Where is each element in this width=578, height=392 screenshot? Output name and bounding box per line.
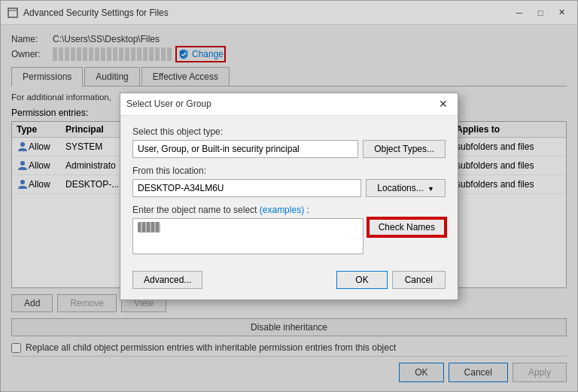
modal-ok-button[interactable]: OK (336, 271, 387, 289)
main-window: Advanced Security Settings for Files ─ □… (0, 0, 578, 392)
location-label: From this location: (132, 166, 446, 176)
location-input[interactable] (132, 179, 361, 197)
object-type-group: Select this object type: Object Types... (132, 126, 446, 158)
object-type-row: Object Types... (132, 140, 446, 158)
examples-link[interactable]: (examples) (260, 205, 307, 215)
enter-name-group: Enter the object name to select (example… (132, 205, 446, 254)
check-names-button[interactable]: Check Names (368, 218, 446, 236)
modal-overlay: Select User or Group ✕ Select this objec… (1, 1, 577, 391)
locations-button[interactable]: Locations... ▼ (366, 179, 446, 197)
location-group: From this location: Locations... ▼ (132, 166, 446, 197)
modal-ok-cancel: OK Cancel (336, 271, 446, 289)
modal-close-button[interactable]: ✕ (435, 96, 452, 112)
advanced-button[interactable]: Advanced... (132, 271, 202, 289)
modal-footer: Advanced... OK Cancel (120, 265, 458, 299)
object-type-input[interactable] (132, 140, 358, 158)
select-user-modal: Select User or Group ✕ Select this objec… (120, 93, 458, 300)
name-input-row: Check Names (132, 218, 446, 254)
modal-body: Select this object type: Object Types...… (120, 116, 458, 265)
modal-title-bar: Select User or Group ✕ (120, 93, 458, 116)
object-type-label: Select this object type: (132, 126, 446, 137)
location-row: Locations... ▼ (132, 179, 446, 197)
modal-cancel-button[interactable]: Cancel (392, 271, 446, 289)
name-blurred-value (138, 222, 160, 232)
enter-name-label: Enter the object name to select (example… (132, 205, 446, 215)
name-input-area[interactable] (132, 218, 364, 254)
object-types-button[interactable]: Object Types... (363, 140, 446, 158)
modal-title: Select User or Group (126, 99, 435, 109)
